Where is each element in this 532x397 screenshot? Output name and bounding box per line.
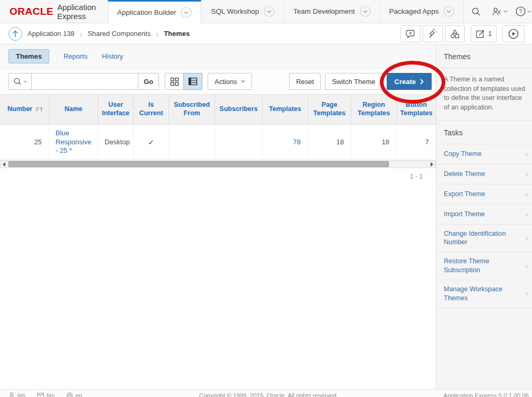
task-restore-theme-subscription[interactable]: Restore Theme Subscription›	[436, 252, 532, 280]
shared-components-button[interactable]	[445, 25, 465, 42]
chevron-down-icon	[503, 10, 508, 13]
cell-name: Blue Responsive - 25 *	[49, 125, 98, 160]
breadcrumb-current: Themes	[164, 30, 190, 38]
run-application-button[interactable]	[502, 25, 525, 42]
chevron-down-icon[interactable]	[181, 7, 192, 18]
task-delete-theme[interactable]: Delete Theme›	[436, 164, 532, 184]
chevron-down-icon	[241, 80, 245, 83]
comment-plus-icon	[405, 29, 416, 39]
theme-name-link[interactable]: Blue Responsive - 25 *	[55, 129, 95, 156]
page-action-buttons: 1	[398, 25, 525, 42]
column-header-templates[interactable]: Templates	[263, 95, 308, 124]
sidebar-title: Themes	[436, 44, 532, 68]
column-header-page-templates[interactable]: Page Templates	[308, 95, 351, 124]
administration-menu-button[interactable]	[488, 0, 511, 23]
switch-theme-button[interactable]: Switch Theme	[325, 73, 382, 90]
chevron-down-icon[interactable]	[264, 6, 275, 17]
column-header-subscribers[interactable]: Subscribers	[215, 95, 263, 124]
breadcrumb-shared-components[interactable]: Shared Components	[88, 30, 151, 38]
tasks-title: Tasks	[436, 121, 532, 144]
pagination-label: 1 - 1	[380, 173, 423, 180]
sort-ascending-icon	[35, 106, 43, 113]
page-footer: tim tim en Copyright © 1999, 2015, Oracl…	[0, 389, 532, 397]
person-icon	[8, 392, 15, 397]
chevron-down-icon[interactable]	[360, 6, 371, 17]
footer-user: tim	[8, 392, 25, 397]
task-import-theme[interactable]: Import Theme›	[436, 205, 532, 225]
svg-text:?: ?	[519, 8, 522, 14]
cell-subscribed-from	[169, 125, 215, 160]
report-view-toggle[interactable]	[183, 73, 202, 90]
footer-language: en	[67, 392, 82, 397]
column-header-user-interface[interactable]: User Interface	[98, 95, 134, 124]
column-header-is-current[interactable]: Is Current	[134, 95, 169, 124]
up-level-button[interactable]	[8, 27, 22, 41]
cell-region-templates: 18	[351, 125, 397, 160]
cell-user-interface: Desktop	[98, 125, 134, 160]
search-column-dropdown[interactable]	[8, 73, 32, 90]
scroll-right-arrow[interactable]	[431, 162, 433, 167]
cell-templates: 78	[263, 125, 308, 160]
tab-packaged-apps[interactable]: Packaged Apps	[380, 0, 464, 23]
envelope-icon	[37, 393, 44, 397]
search-icon	[13, 77, 22, 86]
cell-page-templates: 18	[308, 125, 351, 160]
tab-sql-workshop[interactable]: SQL Workshop	[201, 0, 284, 23]
create-button[interactable]: Create	[387, 73, 432, 90]
edit-page-button[interactable]: 1	[471, 25, 497, 42]
flashlight-icon	[427, 29, 438, 39]
find-button[interactable]	[423, 25, 443, 42]
column-header-number[interactable]: Number	[0, 95, 49, 124]
chevron-right-icon: ›	[525, 209, 528, 219]
horizontal-scrollbar[interactable]	[0, 160, 436, 168]
tab-themes[interactable]: Themes	[8, 49, 49, 63]
edit-page-icon	[475, 29, 485, 39]
actions-menu-button[interactable]: Actions	[208, 73, 252, 90]
chevron-down-icon[interactable]	[443, 6, 454, 17]
task-change-identification-number[interactable]: Change Identification Number›	[436, 225, 532, 253]
breadcrumb-separator: ›	[80, 27, 82, 40]
footer-version: Application Express 5.0.1.00.06	[443, 392, 529, 397]
tab-team-development[interactable]: Team Development	[284, 0, 379, 23]
help-icon: ?	[516, 6, 526, 16]
go-button[interactable]: Go	[138, 73, 159, 90]
footer-workspace: tim	[37, 392, 54, 397]
right-sidebar: Themes A Theme is a named collection of …	[436, 44, 532, 389]
topbar-utility-icons: ?	[463, 0, 532, 23]
admin-wrench-icon	[491, 7, 502, 16]
product-name: Application Express	[57, 3, 96, 21]
search-input[interactable]	[31, 73, 138, 90]
breadcrumb-bar: Application 138 › Shared Components › Th…	[0, 23, 532, 44]
breadcrumb-application[interactable]: Application 138	[27, 30, 74, 38]
task-manage-workspace-themes[interactable]: Manage Workspace Themes›	[436, 280, 532, 308]
scroll-left-arrow[interactable]	[3, 162, 5, 167]
search-button[interactable]	[464, 0, 488, 23]
top-navigation-bar: ORACLE Application Express Application B…	[0, 0, 532, 23]
templates-count-link[interactable]: 78	[293, 138, 301, 147]
edit-page-number: 1	[488, 30, 492, 38]
feedback-button[interactable]	[400, 25, 421, 42]
chevron-right-icon: ›	[525, 189, 528, 199]
apex-themes-page: ORACLE Application Express Application B…	[0, 0, 532, 397]
tab-reports[interactable]: Reports	[63, 52, 88, 60]
column-header-subscribed-from[interactable]: Subscribed From	[169, 95, 215, 124]
task-export-theme[interactable]: Export Theme›	[436, 184, 532, 205]
help-menu-button[interactable]: ?	[511, 0, 532, 23]
scrollbar-thumb[interactable]	[8, 161, 389, 167]
tab-history[interactable]: History	[102, 52, 123, 60]
task-copy-theme[interactable]: Copy Theme›	[436, 144, 532, 164]
oracle-apex-logo[interactable]: ORACLE Application Express	[0, 0, 108, 23]
chevron-right-icon: ›	[525, 233, 528, 243]
breadcrumb-separator: ›	[156, 27, 158, 40]
chevron-down-icon	[527, 10, 531, 13]
column-header-name[interactable]: Name	[49, 95, 98, 124]
grid-view-icon	[170, 77, 179, 86]
chevron-right-icon: ›	[525, 149, 528, 159]
shapes-icon	[450, 29, 460, 39]
play-icon	[508, 29, 519, 39]
column-header-region-templates[interactable]: Region Templates	[351, 95, 397, 124]
column-header-button-templates[interactable]: Button Templates	[397, 95, 436, 124]
tab-application-builder[interactable]: Application Builder	[108, 0, 202, 23]
icon-view-toggle[interactable]	[165, 73, 184, 90]
reset-button[interactable]: Reset	[289, 73, 321, 90]
